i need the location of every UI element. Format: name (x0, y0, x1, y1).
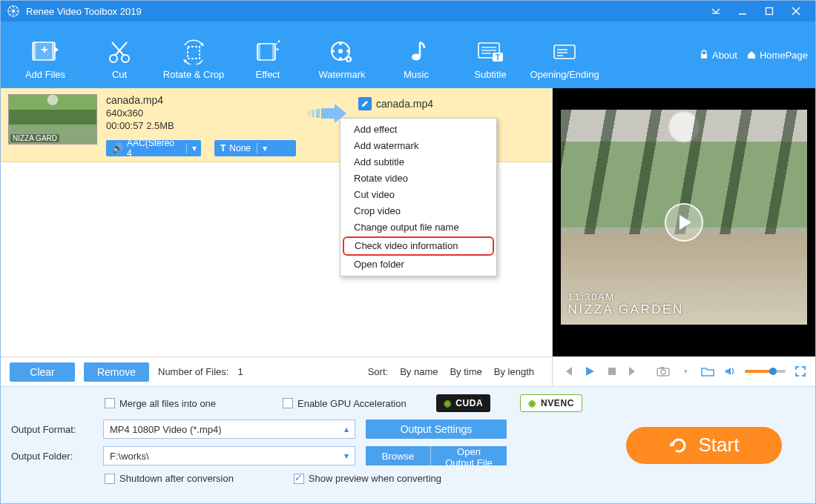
ctx-add-subtitle[interactable]: Add subtitle (340, 154, 496, 170)
text-pill-label: None (229, 143, 251, 153)
output-folder-combo[interactable]: F:\works\ ▾ (103, 446, 355, 465)
home-icon (746, 50, 757, 60)
ctx-cut-video[interactable]: Cut video (340, 187, 496, 203)
svg-point-38 (412, 54, 421, 61)
svg-rect-51 (312, 110, 315, 117)
stop-button[interactable] (605, 364, 619, 379)
text-icon: T (220, 143, 226, 153)
audio-track-selector[interactable]: 🔊AAC(Stereo 4 ▾ (106, 140, 201, 156)
gpu-checkbox[interactable]: Enable GPU Acceleration (283, 398, 407, 409)
video-preview[interactable]: 11:30AM NIZZA GARDEN (553, 88, 815, 357)
open-folder-button[interactable] (700, 364, 715, 379)
about-link[interactable]: About (699, 50, 737, 61)
clear-button[interactable]: Clear (10, 362, 75, 382)
chevron-down-icon: ▾ (257, 143, 272, 153)
homepage-link[interactable]: HomePage (746, 50, 808, 61)
toolbar-subtitle[interactable]: T Subtitle (453, 25, 527, 84)
start-label: Start (699, 434, 740, 457)
snapshot-button[interactable] (656, 364, 671, 379)
remove-button[interactable]: Remove (84, 362, 149, 382)
play-button[interactable] (582, 364, 597, 379)
svg-line-24 (112, 42, 124, 56)
music-icon (405, 38, 427, 66)
svg-rect-17 (33, 42, 36, 60)
play-overlay-button[interactable] (665, 203, 703, 242)
output-format-combo[interactable]: MP4 1080P Video (*.mp4) ▴ (103, 420, 355, 439)
svg-rect-52 (316, 109, 320, 118)
volume-icon[interactable] (723, 364, 737, 379)
toolbar-effect[interactable]: Effect (231, 25, 305, 84)
ctx-check-video-information[interactable]: Check video information (343, 236, 494, 256)
svg-point-21 (110, 55, 117, 62)
file-list: NIZZA GARD canada.mp4 640x360 00:00:57 2… (1, 88, 552, 386)
ctx-add-watermark[interactable]: Add watermark (340, 138, 496, 154)
prev-button[interactable] (560, 364, 575, 379)
show-preview-label: Show preview when converting (309, 473, 441, 484)
output-format-label: Output Format: (11, 424, 93, 435)
ctx-change-output-name[interactable]: Change output file name (340, 219, 496, 236)
middle-area: NIZZA GARD canada.mp4 640x360 00:00:57 2… (1, 88, 815, 386)
preview-pane: 11:30AM NIZZA GARDEN ▾ (552, 88, 815, 386)
start-button[interactable]: Start (626, 427, 782, 464)
ctx-crop-video[interactable]: Crop video (340, 203, 496, 219)
svg-rect-18 (52, 42, 55, 60)
toolbar-label: Cut (112, 69, 127, 80)
dropdown-button[interactable] (703, 1, 729, 21)
svg-rect-25 (188, 47, 200, 59)
toolbar-label: Watermark (318, 69, 365, 80)
speaker-icon: 🔊 (112, 143, 123, 153)
toolbar-cut[interactable]: Cut (82, 25, 157, 84)
gpu-label: Enable GPU Acceleration (297, 398, 407, 409)
chevron-down-icon: ▾ (186, 143, 201, 153)
edit-icon[interactable] (358, 97, 372, 110)
subtitle-icon: T (476, 38, 504, 66)
toolbar-opening-ending[interactable]: Opening/Ending (527, 25, 602, 84)
svg-line-6 (10, 7, 12, 10)
bottom-panel: Merge all files into one Enable GPU Acce… (1, 386, 815, 503)
svg-point-33 (339, 42, 342, 45)
svg-line-23 (115, 42, 127, 56)
maximize-button[interactable] (756, 1, 783, 21)
ctx-add-effect[interactable]: Add effect (340, 122, 496, 138)
sort-label: Sort: (368, 366, 388, 377)
minimize-button[interactable] (729, 1, 756, 21)
watermark-icon (329, 38, 355, 66)
toolbar-label: Rotate & Crop (163, 69, 224, 80)
open-output-file-button[interactable]: Open Output File (431, 446, 507, 465)
svg-rect-12 (766, 8, 773, 15)
toolbar-rotate-crop[interactable]: Rotate & Crop (157, 25, 231, 84)
subtitle-track-selector[interactable]: TNone ▾ (214, 140, 296, 156)
show-preview-checkbox[interactable]: Show preview when converting (294, 473, 441, 484)
toolbar-watermark[interactable]: Watermark (305, 25, 379, 84)
app-title: Renee Video Toolbox 2019 (26, 6, 703, 17)
svg-rect-27 (257, 44, 260, 60)
output-settings-button[interactable]: Output Settings (366, 420, 507, 439)
svg-line-9 (10, 13, 12, 16)
shutdown-checkbox[interactable]: Shutdown after conversion (105, 473, 234, 484)
toolbar-add-files[interactable]: Add Files (8, 25, 82, 84)
merge-label: Merge all files into one (119, 398, 216, 409)
sort-by-time[interactable]: By time (450, 366, 481, 377)
ctx-rotate-video[interactable]: Rotate video (340, 170, 496, 187)
sort-by-name[interactable]: By name (400, 366, 438, 377)
svg-point-1 (12, 10, 16, 13)
chevron-down-icon: ▾ (344, 451, 349, 461)
fullscreen-button[interactable] (793, 364, 808, 379)
toolbar-label: Opening/Ending (530, 69, 599, 80)
svg-rect-57 (660, 367, 664, 369)
sort-by-length[interactable]: By length (494, 366, 534, 377)
about-label: About (712, 50, 737, 61)
volume-slider[interactable] (745, 370, 786, 373)
toolbar-music[interactable]: Music (379, 25, 453, 84)
nvenc-badge: ◉NVENC (520, 394, 582, 412)
context-menu: Add effect Add watermark Add subtitle Ro… (340, 118, 497, 276)
ctx-open-folder[interactable]: Open folder (340, 256, 496, 273)
browse-button[interactable]: Browse (366, 446, 431, 465)
merge-checkbox[interactable]: Merge all files into one (105, 398, 216, 409)
svg-point-35 (339, 57, 342, 60)
player-controls: ▾ (553, 357, 815, 386)
close-button[interactable] (783, 1, 809, 21)
svg-rect-54 (608, 368, 616, 375)
svg-point-32 (338, 49, 343, 53)
next-button[interactable] (626, 364, 641, 379)
